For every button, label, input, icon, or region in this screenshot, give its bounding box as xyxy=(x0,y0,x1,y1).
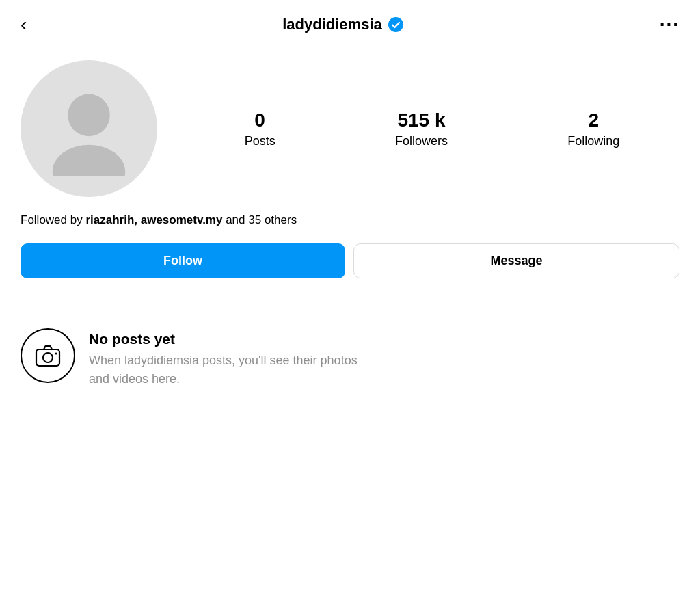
svg-point-0 xyxy=(388,17,403,32)
following-label: Following xyxy=(567,134,619,148)
no-posts-description: When ladydidiemsia posts, you'll see the… xyxy=(89,351,358,388)
stat-posts[interactable]: 0 Posts xyxy=(245,109,275,148)
stats-area: 0 Posts 515 k Followers 2 Following xyxy=(171,109,679,148)
divider xyxy=(0,295,700,295)
svg-point-5 xyxy=(55,353,57,355)
message-button[interactable]: Message xyxy=(353,243,679,278)
header-username: ladydidiemsia xyxy=(282,16,382,34)
followed-by-prefix: Followed by xyxy=(21,213,85,226)
following-count: 2 xyxy=(589,109,600,131)
verified-badge-icon xyxy=(388,16,404,33)
stat-followers[interactable]: 515 k Followers xyxy=(395,109,448,148)
followed-by-text: Followed by riazahrih, awesometv.my and … xyxy=(0,208,700,238)
followed-by-suffix: and 35 others xyxy=(222,213,297,226)
camera-icon-container xyxy=(21,328,75,383)
avatar-person-icon xyxy=(41,81,137,176)
stat-following[interactable]: 2 Following xyxy=(567,109,619,148)
svg-point-1 xyxy=(68,94,110,137)
posts-count: 0 xyxy=(254,109,265,131)
header: ‹ ladydidiemsia ··· xyxy=(0,0,700,47)
profile-section: 0 Posts 515 k Followers 2 Following xyxy=(0,47,700,208)
followers-label: Followers xyxy=(395,134,448,148)
camera-icon xyxy=(33,341,62,370)
svg-point-2 xyxy=(53,145,125,176)
svg-rect-3 xyxy=(36,349,59,366)
avatar-container xyxy=(21,60,157,197)
avatar xyxy=(21,60,157,197)
back-button[interactable]: ‹ xyxy=(21,15,27,34)
follow-button[interactable]: Follow xyxy=(21,243,345,278)
more-options-button[interactable]: ··· xyxy=(660,14,679,36)
no-posts-section: No posts yet When ladydidiemsia posts, y… xyxy=(0,312,700,405)
posts-label: Posts xyxy=(245,134,275,148)
no-posts-title: No posts yet xyxy=(89,331,358,347)
followed-by-names: riazahrih, awesometv.my xyxy=(85,213,222,226)
action-buttons: Follow Message xyxy=(0,238,700,295)
page-wrapper: ‹ ladydidiemsia ··· 0 Posts xyxy=(0,0,700,597)
svg-point-4 xyxy=(43,353,53,362)
header-title-area: ladydidiemsia xyxy=(282,16,404,34)
no-posts-text: No posts yet When ladydidiemsia posts, y… xyxy=(89,328,358,388)
followers-count: 515 k xyxy=(397,109,445,131)
